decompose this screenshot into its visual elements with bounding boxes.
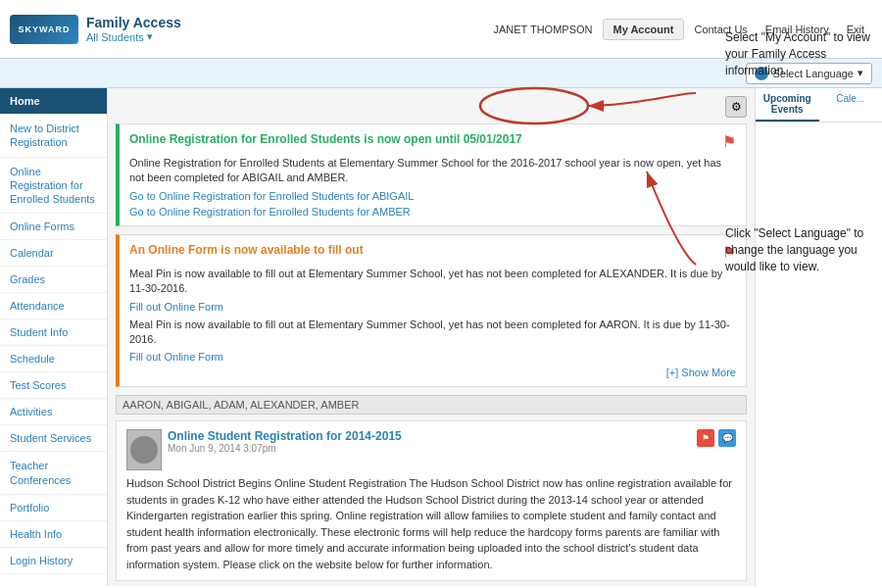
user-name: JANET THOMPSON bbox=[485, 20, 600, 39]
main-layout: Home New to District Registration Online… bbox=[0, 88, 882, 586]
all-students-label: All Students ▾ bbox=[86, 30, 181, 43]
enrollment-link-amber[interactable]: Go to Online Registration for Enrolled S… bbox=[129, 206, 736, 218]
news-action-icons: ⚑ 💬 bbox=[697, 429, 736, 447]
content-toolbar: ⚙ bbox=[116, 96, 747, 118]
avatar bbox=[126, 429, 162, 470]
show-more-button[interactable]: [+] Show More bbox=[666, 367, 736, 378]
notification-card-enrollment: Online Registration for Enrolled Student… bbox=[116, 123, 747, 226]
notification-body-alexander: Meal Pin is now available to fill out at… bbox=[129, 267, 736, 297]
sidebar-item-health-info[interactable]: Health Info bbox=[0, 521, 107, 548]
select-language-arrow-icon: ▾ bbox=[858, 67, 863, 79]
sidebar-item-login-history[interactable]: Login History bbox=[0, 548, 107, 574]
header: SKYWARD Family Access All Students ▾ JAN… bbox=[0, 0, 882, 59]
tab-calendar[interactable]: Cale... bbox=[819, 88, 883, 122]
main-content: ⚙ Online Registration for Enrolled Stude… bbox=[108, 88, 755, 586]
flag-icon: ⚑ bbox=[722, 132, 736, 151]
notification-body-aaron: Meal Pin is now available to fill out at… bbox=[129, 318, 736, 348]
notification-card-forms: An Online Form is now available to fill … bbox=[116, 234, 747, 388]
right-panel-tabs: Upcoming Events Cale... bbox=[756, 88, 882, 122]
form-link-alexander[interactable]: Fill out Online Form bbox=[129, 301, 736, 313]
news-body: Hudson School District Begins Online Stu… bbox=[126, 475, 736, 572]
gear-icon: ⚙ bbox=[731, 100, 742, 114]
logo-text: Family Access All Students ▾ bbox=[86, 15, 181, 43]
notification-title-enrollment: Online Registration for Enrolled Student… bbox=[129, 132, 716, 146]
news-chat-icon[interactable]: 💬 bbox=[718, 429, 736, 447]
sidebar-item-calendar[interactable]: Calendar bbox=[0, 240, 107, 267]
select-language-label: Select Language bbox=[772, 68, 854, 79]
form-link-aaron[interactable]: Fill out Online Form bbox=[129, 351, 736, 363]
exit-link[interactable]: Exit bbox=[839, 20, 872, 39]
my-account-button[interactable]: My Account bbox=[603, 19, 685, 40]
news-meta: Online Student Registration for 2014-201… bbox=[168, 429, 691, 454]
sidebar-item-attendance[interactable]: Attendance bbox=[0, 293, 107, 319]
logo-area: SKYWARD Family Access All Students ▾ bbox=[10, 15, 181, 44]
sidebar-item-online-reg[interactable]: Online Registration for Enrolled Student… bbox=[0, 158, 107, 215]
app-title: Family Access bbox=[86, 15, 181, 30]
sidebar-item-student-info[interactable]: Student Info bbox=[0, 319, 107, 346]
sidebar-item-new-district[interactable]: New to District Registration bbox=[0, 115, 107, 158]
sidebar-item-online-forms[interactable]: Online Forms bbox=[0, 214, 107, 240]
sidebar: Home New to District Registration Online… bbox=[0, 88, 108, 586]
right-panel: Upcoming Events Cale... bbox=[755, 88, 882, 586]
sidebar-item-home[interactable]: Home bbox=[0, 88, 107, 115]
students-row: AARON, ABIGAIL, ADAM, ALEXANDER, AMBER bbox=[116, 395, 747, 415]
sidebar-item-student-services[interactable]: Student Services bbox=[0, 425, 107, 452]
flag-icon-2: ⚑ bbox=[722, 243, 736, 262]
contact-us-link[interactable]: Contact Us bbox=[686, 20, 755, 39]
sidebar-item-activities[interactable]: Activities bbox=[0, 399, 107, 425]
news-title[interactable]: Online Student Registration for 2014-201… bbox=[168, 429, 691, 443]
sub-header: Select Language ▾ bbox=[0, 59, 882, 88]
select-language-button[interactable]: Select Language ▾ bbox=[746, 63, 872, 84]
header-nav: JANET THOMPSON My Account Contact Us Ema… bbox=[485, 19, 872, 40]
notification-body-enrollment: Online Registration for Enrolled Student… bbox=[129, 156, 736, 186]
skyward-logo: SKYWARD bbox=[10, 15, 78, 44]
settings-gear-button[interactable]: ⚙ bbox=[725, 96, 747, 118]
globe-icon bbox=[755, 67, 768, 80]
notification-title-forms: An Online Form is now available to fill … bbox=[129, 243, 716, 257]
dropdown-arrow-icon[interactable]: ▾ bbox=[147, 30, 153, 43]
avatar-image bbox=[130, 436, 158, 464]
sidebar-item-portfolio[interactable]: Portfolio bbox=[0, 495, 107, 521]
news-header: Online Student Registration for 2014-201… bbox=[126, 429, 736, 470]
show-more-row: [+] Show More bbox=[129, 367, 736, 378]
sidebar-item-test-scores[interactable]: Test Scores bbox=[0, 372, 107, 399]
sidebar-item-teacher-conf[interactable]: Teacher Conferences bbox=[0, 452, 107, 495]
sidebar-item-schedule[interactable]: Schedule bbox=[0, 346, 107, 372]
email-history-link[interactable]: Email History bbox=[758, 20, 837, 39]
right-panel-content bbox=[756, 122, 882, 134]
sidebar-item-grades[interactable]: Grades bbox=[0, 267, 107, 293]
news-flag-icon[interactable]: ⚑ bbox=[697, 429, 714, 447]
news-date: Mon Jun 9, 2014 3:07pm bbox=[168, 443, 691, 454]
notification-forms-header: An Online Form is now available to fill … bbox=[129, 243, 736, 262]
news-card: Online Student Registration for 2014-201… bbox=[116, 420, 747, 581]
notification-header: Online Registration for Enrolled Student… bbox=[129, 132, 736, 151]
enrollment-link-abigail[interactable]: Go to Online Registration for Enrolled S… bbox=[129, 190, 736, 202]
tab-upcoming-events[interactable]: Upcoming Events bbox=[756, 88, 819, 122]
